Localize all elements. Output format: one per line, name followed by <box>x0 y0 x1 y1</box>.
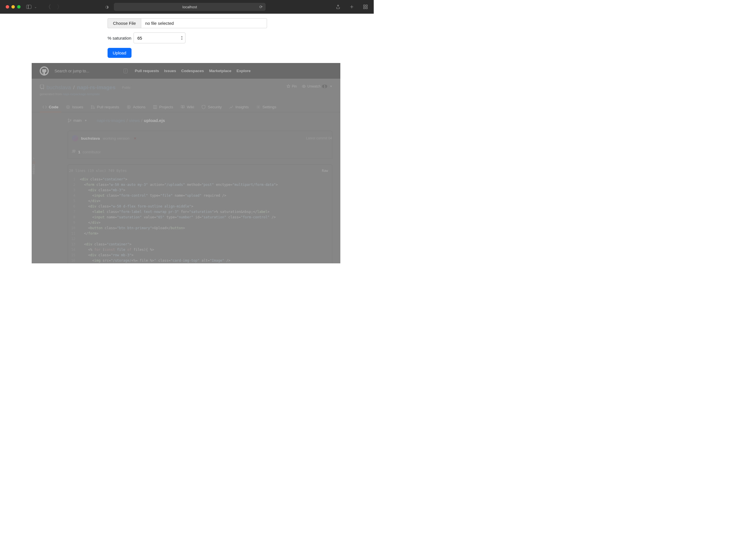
repo-owner-link[interactable]: buchslava <box>46 84 71 90</box>
saturation-input[interactable]: 65 ▲▼ <box>133 33 185 43</box>
github-logo-icon[interactable] <box>40 66 49 76</box>
choose-file-button[interactable]: Choose File <box>108 18 141 28</box>
raw-button[interactable]: Raw <box>322 169 328 173</box>
code-line[interactable]: 1<div class="container"> <box>68 177 332 182</box>
crumb-root[interactable]: napi-rs-images <box>97 118 125 123</box>
new-tab-icon[interactable] <box>349 4 354 10</box>
sidebar-toggle-icon[interactable] <box>26 5 31 9</box>
code-line[interactable]: 15 <div class="row mb-3"> <box>68 253 332 258</box>
search-slash-icon: / <box>123 69 127 73</box>
svg-point-5 <box>67 106 69 109</box>
people-icon <box>72 149 76 155</box>
code-content: <input name="saturation" value="65" type… <box>80 215 276 220</box>
code-line[interactable]: 8 <input name="saturation" value="65" ty… <box>68 215 332 220</box>
minimize-window-button[interactable] <box>12 5 15 9</box>
svg-point-17 <box>74 150 75 151</box>
generated-from: generated from napi-rs/package-template <box>40 92 133 96</box>
tab-overview-icon[interactable] <box>363 4 368 10</box>
code-content: <label class="form-label text-nowrap pr-… <box>80 209 270 215</box>
code-line[interactable]: 2 <form class="w-50 mx-auto my-3" action… <box>68 182 332 188</box>
code-line[interactable]: 13 <div class="container"> <box>68 242 332 247</box>
svg-rect-11 <box>153 106 157 109</box>
code-line[interactable]: 4 <input class="form-control" type="file… <box>68 193 332 198</box>
code-line[interactable]: 12 <box>68 236 332 242</box>
line-number: 10 <box>68 225 80 231</box>
address-bar[interactable]: ◑ localhost ⟳ <box>114 3 266 11</box>
code-line[interactable]: 7 <label class="form-label text-nowrap p… <box>68 209 332 215</box>
contributors-row[interactable]: 1 contributor <box>68 145 332 159</box>
file-meta-row: 20 lines (19 sloc) 749 Bytes Raw <box>68 165 332 177</box>
commit-author[interactable]: buchslava <box>81 136 100 140</box>
github-search-input[interactable]: Search or jump to... <box>54 69 89 73</box>
commit-meta: Latest commit 04 <box>306 136 332 140</box>
tab-code[interactable]: Code <box>40 102 61 112</box>
nav-marketplace[interactable]: Marketplace <box>209 69 231 73</box>
nav-codespaces[interactable]: Codespaces <box>181 69 204 73</box>
back-button[interactable]: 〈 <box>45 3 51 11</box>
code-content: </div> <box>80 220 100 225</box>
browser-toolbar: ⌄ 〈 〉 ◑ localhost ⟳ <box>0 0 374 14</box>
avatar[interactable] <box>72 135 78 141</box>
svg-rect-0 <box>364 5 365 6</box>
line-number: 16 <box>68 258 80 263</box>
line-number: 6 <box>68 204 80 209</box>
code-line[interactable]: 16 <img src="/storage/<%= file %>" class… <box>68 258 332 263</box>
repo-name-link[interactable]: napi-rs-images <box>77 84 116 90</box>
code-line[interactable]: 10 <button class="btn btn-primary">Uploa… <box>68 225 332 231</box>
maximize-window-button[interactable] <box>17 5 20 9</box>
code-line[interactable]: 5 </div> <box>68 198 332 204</box>
code-line[interactable]: 9 </div> <box>68 220 332 225</box>
code-line[interactable]: 3 <div class="mb-3"> <box>68 188 332 193</box>
code-content: </form> <box>80 231 98 236</box>
template-link[interactable]: napi-rs/package-template <box>63 92 100 96</box>
visibility-badge: Public <box>120 85 133 90</box>
tab-group-menu-icon[interactable]: ⌄ <box>34 5 37 9</box>
svg-point-9 <box>93 108 94 109</box>
svg-point-13 <box>68 118 69 120</box>
upload-button[interactable]: Upload <box>108 48 131 58</box>
unwatch-button[interactable]: Unwatch 1 ▼ <box>302 84 332 89</box>
repo-slash: / <box>73 84 75 90</box>
privacy-shield-icon[interactable]: ◑ <box>105 5 109 9</box>
line-number: 15 <box>68 253 80 258</box>
line-number: 9 <box>68 220 80 225</box>
branch-selector[interactable]: main ▼ <box>68 118 87 123</box>
tab-actions[interactable]: Actions <box>124 102 148 112</box>
code-line[interactable]: 6 <div class="w-50 d-flex form-outline a… <box>68 204 332 209</box>
line-number: 1 <box>68 177 80 182</box>
nav-issues[interactable]: Issues <box>164 69 176 73</box>
github-panel: › Octotree Search or jump to... / Pull r… <box>32 63 340 263</box>
code-content: <form class="w-50 mx-auto my-3" action="… <box>80 182 278 188</box>
code-content: <div class="container"> <box>80 242 131 247</box>
code-line[interactable]: 11 </form> <box>68 231 332 236</box>
nav-explore[interactable]: Explore <box>236 69 251 73</box>
line-number: 13 <box>68 242 80 247</box>
line-number: 8 <box>68 215 80 220</box>
line-number: 5 <box>68 198 80 204</box>
file-area: main ▼ napi-rs-images / views / upload.e… <box>32 112 340 263</box>
tab-insights[interactable]: Insights <box>226 102 252 112</box>
pin-button[interactable]: Pin <box>286 84 297 89</box>
tab-security[interactable]: Security <box>199 102 225 112</box>
url-text: localhost <box>182 5 197 9</box>
number-stepper-icon[interactable]: ▲▼ <box>180 35 183 40</box>
reload-icon[interactable]: ⟳ <box>259 5 263 9</box>
share-icon[interactable] <box>336 4 340 10</box>
nav-pull-requests[interactable]: Pull requests <box>135 69 159 73</box>
tab-projects[interactable]: Projects <box>150 102 176 112</box>
crumb-dir[interactable]: views <box>129 118 140 123</box>
status-x-icon[interactable]: ✕ <box>133 136 137 140</box>
tab-settings[interactable]: Settings <box>253 102 279 112</box>
code-line[interactable]: 14 <% for (const file of files){ %> <box>68 247 332 253</box>
line-number: 7 <box>68 209 80 215</box>
code-view[interactable]: 1<div class="container">2 <form class="w… <box>68 177 332 263</box>
tab-pull-requests[interactable]: Pull requests <box>88 102 122 112</box>
commit-row: buchslava working version ✕ Latest commi… <box>68 131 332 145</box>
commit-message[interactable]: working version <box>103 136 129 140</box>
tab-wiki[interactable]: Wiki <box>178 102 197 112</box>
close-window-button[interactable] <box>6 5 9 9</box>
svg-point-6 <box>67 107 68 108</box>
octotree-toggle[interactable]: › Octotree <box>32 156 36 174</box>
forward-button[interactable]: 〉 <box>57 3 63 11</box>
tab-issues[interactable]: Issues <box>63 102 86 112</box>
